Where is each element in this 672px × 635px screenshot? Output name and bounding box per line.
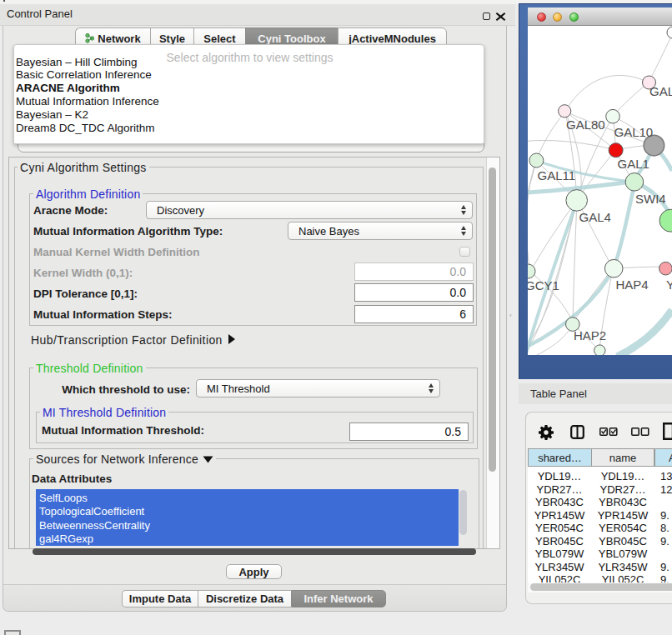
svg-text:SWI4: SWI4	[635, 192, 666, 206]
svg-text:GAL10: GAL10	[614, 125, 654, 139]
svg-text:GAL4: GAL4	[579, 210, 611, 224]
svg-text:GAL11: GAL11	[538, 168, 576, 182]
svg-text:GCY1: GCY1	[528, 278, 559, 292]
svg-text:Y: Y	[666, 278, 672, 292]
svg-text:HAP4: HAP4	[616, 278, 649, 292]
svg-text:GAL7: GAL7	[649, 84, 672, 98]
svg-text:GAL80: GAL80	[566, 118, 605, 132]
svg-text:GAL1: GAL1	[618, 157, 649, 171]
svg-text:HAP2: HAP2	[574, 328, 606, 342]
